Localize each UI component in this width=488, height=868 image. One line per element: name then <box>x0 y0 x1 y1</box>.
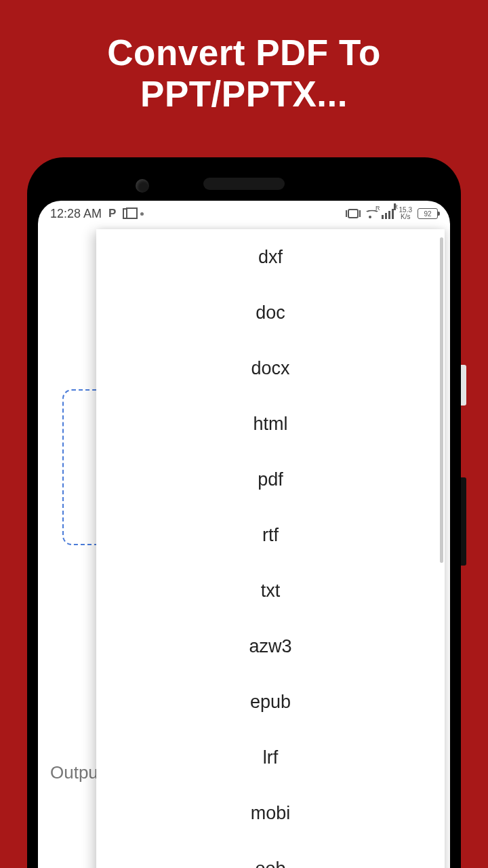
phone-camera-dot <box>136 179 149 193</box>
phone-device-frame: 12:28 AM P R R 15.3 K/s 92 <box>27 157 461 868</box>
promo-line-2: PPT/PPTX... <box>0 74 488 115</box>
promo-headline: Convert PDF To PPT/PPTX... <box>0 0 488 115</box>
wifi-icon: R <box>364 209 376 218</box>
promo-line-1: Convert PDF To <box>0 33 488 74</box>
format-option-mobi[interactable]: mobi <box>96 785 445 841</box>
format-dropdown-menu[interactable]: dxf doc docx html pdf rtf txt azw3 epub … <box>96 229 445 868</box>
phone-side-button-lower <box>461 477 466 566</box>
network-rate: 15.3 K/s <box>399 207 412 220</box>
format-option-label: mobi <box>251 803 291 824</box>
format-option-label: dxf <box>258 247 283 268</box>
format-option-label: html <box>253 414 287 435</box>
format-option-label: pdf <box>258 469 283 490</box>
format-option-azw3[interactable]: azw3 <box>96 618 445 674</box>
status-bar: 12:28 AM P R R 15.3 K/s 92 <box>38 201 450 226</box>
format-option-rtf[interactable]: rtf <box>96 507 445 563</box>
format-option-label: rtf <box>262 525 279 546</box>
format-option-lrf[interactable]: lrf <box>96 730 445 785</box>
format-option-label: lrf <box>263 747 279 768</box>
format-option-label: oeb <box>255 859 285 869</box>
dropdown-scrollbar[interactable] <box>440 237 443 563</box>
status-bar-left: 12:28 AM P <box>50 207 144 221</box>
format-option-epub[interactable]: epub <box>96 674 445 730</box>
notification-app-icon <box>123 208 134 219</box>
battery-icon: 92 <box>418 208 438 219</box>
battery-level: 92 <box>424 210 431 218</box>
format-option-docx[interactable]: docx <box>96 340 445 396</box>
phone-side-button-upper <box>461 365 466 406</box>
format-option-dxf[interactable]: dxf <box>96 229 445 285</box>
format-option-html[interactable]: html <box>96 396 445 452</box>
notification-more-dot-icon <box>140 212 144 216</box>
file-dropzone-edge <box>62 389 96 545</box>
format-option-label: azw3 <box>249 636 291 657</box>
format-option-txt[interactable]: txt <box>96 563 445 618</box>
format-option-label: epub <box>250 692 291 713</box>
phone-screen: 12:28 AM P R R 15.3 K/s 92 <box>38 201 450 868</box>
phone-speaker-slot <box>203 178 285 190</box>
format-option-pdf[interactable]: pdf <box>96 452 445 507</box>
vibrate-icon <box>348 209 359 218</box>
format-option-oeb[interactable]: oeb <box>96 841 445 868</box>
status-time: 12:28 AM <box>50 207 102 221</box>
output-format-label-partial: Outpu <box>50 762 98 783</box>
notification-p-icon: P <box>108 207 116 220</box>
format-option-label: txt <box>261 580 281 601</box>
format-option-label: docx <box>251 358 289 379</box>
app-content: Outpu dxf doc docx html pdf rtf txt azw3… <box>38 226 450 868</box>
format-option-doc[interactable]: doc <box>96 285 445 340</box>
status-bar-right: R R 15.3 K/s 92 <box>348 207 438 220</box>
format-option-label: doc <box>256 302 285 323</box>
signal-bars-icon: R <box>382 209 394 219</box>
